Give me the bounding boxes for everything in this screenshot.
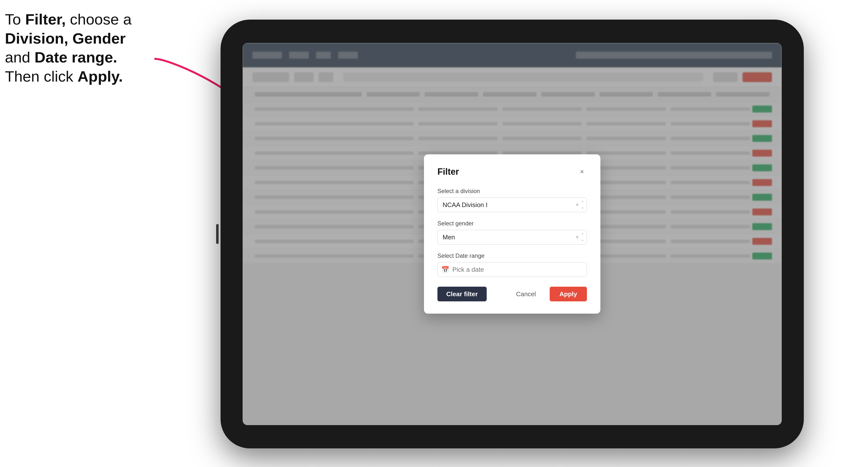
date-input-wrapper: 📅 [437, 262, 587, 277]
instruction-line3: and Date range. [5, 49, 117, 66]
date-label: Select Date range [437, 252, 587, 259]
gender-select-icons: × ⌃⌄ [576, 232, 584, 242]
division-select[interactable]: NCAA Division I [437, 197, 587, 212]
apply-button[interactable]: Apply [550, 287, 587, 301]
division-chevron-icon: ⌃⌄ [581, 200, 584, 210]
footer-right-buttons: Cancel Apply [507, 287, 587, 301]
instruction-line1: To Filter, choose a [5, 11, 132, 28]
gender-label: Select gender [437, 220, 587, 227]
gender-clear-icon[interactable]: × [576, 234, 579, 240]
tablet-frame: Filter × Select a division NCAA Division… [221, 20, 804, 448]
clear-filter-button[interactable]: Clear filter [437, 287, 487, 301]
filter-modal: Filter × Select a division NCAA Division… [424, 154, 600, 314]
instruction-line4: Then click Apply. [5, 68, 123, 85]
gender-field-group: Select gender Men × ⌃⌄ [437, 220, 587, 245]
cancel-button[interactable]: Cancel [507, 287, 545, 301]
division-field-group: Select a division NCAA Division I × ⌃⌄ [437, 188, 587, 212]
modal-title: Filter [437, 166, 459, 177]
gender-select[interactable]: Men [437, 230, 587, 245]
modal-footer: Clear filter Cancel Apply [437, 287, 587, 301]
tablet-screen: Filter × Select a division NCAA Division… [243, 43, 782, 425]
instruction-bold3: Date range. [35, 49, 117, 66]
division-select-wrapper: NCAA Division I × ⌃⌄ [437, 197, 587, 212]
instruction-bold2: Division, Gender [5, 30, 126, 47]
instruction-text: To Filter, choose a Division, Gender and… [5, 10, 147, 86]
division-label: Select a division [437, 188, 587, 194]
modal-header: Filter × [437, 166, 587, 177]
gender-chevron-icon: ⌃⌄ [581, 232, 584, 242]
division-clear-icon[interactable]: × [576, 201, 579, 208]
close-button[interactable]: × [577, 167, 587, 177]
instruction-bold4: Apply. [78, 68, 123, 85]
date-input[interactable] [437, 262, 587, 277]
division-select-icons: × ⌃⌄ [576, 200, 584, 210]
modal-overlay[interactable]: Filter × Select a division NCAA Division… [243, 43, 782, 425]
gender-select-wrapper: Men × ⌃⌄ [437, 230, 587, 245]
date-field-group: Select Date range 📅 [437, 252, 587, 277]
tablet-power-button [216, 224, 219, 244]
